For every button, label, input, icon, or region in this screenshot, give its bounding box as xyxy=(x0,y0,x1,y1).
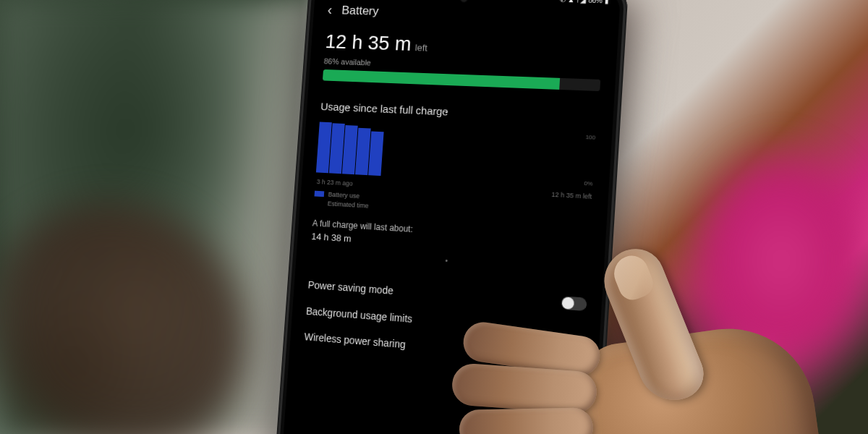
chart-time-left: 12 h 35 m left xyxy=(551,191,592,200)
vibrate-icon: ✆ xyxy=(560,0,566,3)
smartphone: 1:49 ✆ ▲ ⁞ ◢ 86% ▮ ‹ Battery 12 h 35 m xyxy=(274,0,629,434)
wireless-share-label: Wireless power sharing xyxy=(304,331,406,350)
usage-chart[interactable]: 3 h 23 m ago 100 0% 12 h 35 m left xyxy=(315,122,597,200)
chart-axis-max: 100 xyxy=(585,134,595,141)
back-icon[interactable]: ‹ xyxy=(327,2,333,18)
volte-icon: ⁞ xyxy=(576,0,579,4)
battery-progress-fill xyxy=(323,69,561,90)
legend-text: Battery use Estimated time xyxy=(327,190,370,210)
photo-scene: 1:49 ✆ ▲ ⁞ ◢ 86% ▮ ‹ Battery 12 h 35 m xyxy=(0,0,868,434)
power-saving-label: Power saving mode xyxy=(307,278,393,296)
time-remaining-suffix: left xyxy=(414,42,427,53)
page-header: ‹ Battery xyxy=(327,2,605,26)
battery-icon: ▮ xyxy=(604,0,608,4)
time-remaining-value: 12 h 35 m xyxy=(325,30,412,56)
signal-icon: ◢ xyxy=(580,0,586,4)
wifi-icon: ▲ xyxy=(567,0,574,4)
page-title: Battery xyxy=(341,3,379,18)
chart-time-ago: 3 h 23 m ago xyxy=(316,178,353,187)
background-limits-label: Background usage limits xyxy=(306,305,413,325)
usage-section-title: Usage since last full charge xyxy=(320,100,599,124)
chart-bar xyxy=(368,131,383,176)
chart-axis-min: 0% xyxy=(584,180,592,187)
legend-swatch xyxy=(315,191,325,197)
battery-settings-page: ‹ Battery 12 h 35 m left 86% available U… xyxy=(290,0,621,373)
time-remaining: 12 h 35 m left xyxy=(325,30,603,62)
status-icons: ✆ ▲ ⁞ ◢ 86% ▮ xyxy=(560,0,609,4)
phone-screen: 1:49 ✆ ▲ ⁞ ◢ 86% ▮ ‹ Battery 12 h 35 m xyxy=(281,0,621,434)
toggle-knob xyxy=(562,297,574,310)
legend-line2: Estimated time xyxy=(327,199,369,210)
chart-bars xyxy=(316,122,385,176)
power-saving-toggle[interactable] xyxy=(561,296,587,311)
battery-percent: 86% xyxy=(588,0,603,4)
